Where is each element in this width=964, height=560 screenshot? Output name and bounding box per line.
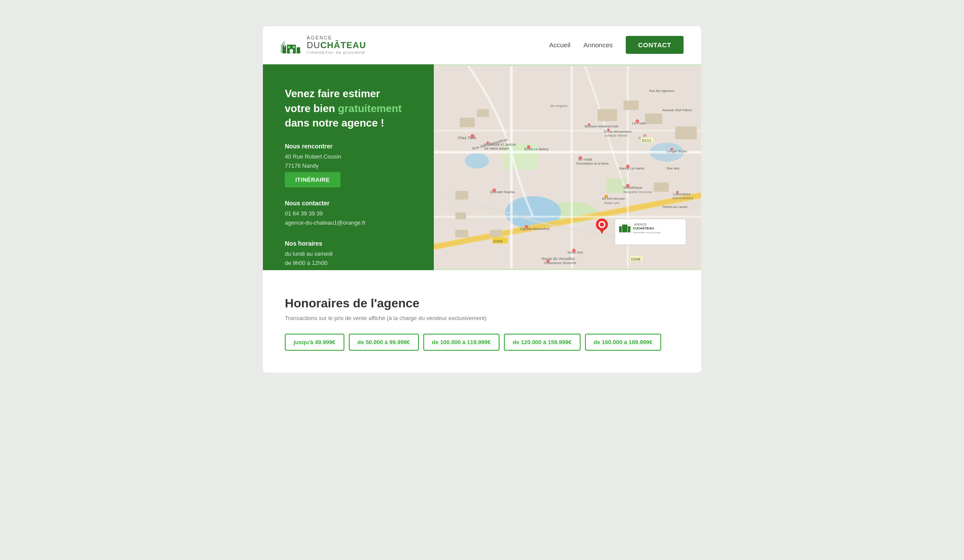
svg-point-69 <box>588 123 590 126</box>
svg-text:Relais colis: Relais colis <box>604 201 620 204</box>
svg-rect-9 <box>281 45 282 53</box>
fees-title: Honoraires de l'agence <box>285 296 679 310</box>
svg-rect-102 <box>622 225 627 232</box>
svg-point-50 <box>525 225 528 229</box>
header: AGENCE DUCHÂTEAU l'immobilier de proximi… <box>263 26 701 64</box>
map-svg: Rue des Champêtres Route de Versailles D… <box>434 64 701 270</box>
logo-tagline: l'immobilier de proximité <box>307 51 366 55</box>
svg-rect-34 <box>460 118 475 127</box>
svg-text:D346: D346 <box>493 239 503 243</box>
svg-point-94 <box>676 191 679 194</box>
logo-area: AGENCE DUCHÂTEAU l'immobilier de proximi… <box>280 35 366 55</box>
address-block: Nous rencontrer 40 Rue Robert Cousin 771… <box>285 143 416 188</box>
page-wrapper: AGENCE DUCHÂTEAU l'immobilier de proximi… <box>263 0 701 390</box>
svg-rect-37 <box>624 100 638 110</box>
hours-content: du lundi au samedi de 9h00 à 12h00 et de… <box>285 250 416 277</box>
map-area[interactable]: Rue des Champêtres Route de Versailles D… <box>434 64 701 270</box>
contact-content: 01 64 39 39 39 agence-du-chateau1@orange… <box>285 209 416 228</box>
hero-title: Venez faire estimer votre bien gratuitem… <box>285 86 416 130</box>
contact-label: Nous contacter <box>285 200 416 207</box>
svg-text:Gypsay Alexandros: Gypsay Alexandros <box>520 227 550 231</box>
fees-section: Honoraires de l'agence Transactions sur … <box>263 270 701 373</box>
svg-rect-7 <box>293 46 295 48</box>
address-content: 40 Rue Robert Cousin 77176 Nandy <box>285 152 416 171</box>
svg-rect-38 <box>645 113 662 124</box>
fees-subtitle: Transactions sur le prix de vente affich… <box>285 315 679 321</box>
logo-icon <box>280 35 302 55</box>
hero-section: Venez faire estimer votre bien gratuitem… <box>263 64 701 270</box>
svg-point-46 <box>471 134 475 138</box>
svg-text:Chemin du Launec: Chemin du Launec <box>662 205 688 208</box>
svg-text:D948: D948 <box>631 257 641 261</box>
svg-point-82 <box>670 148 673 151</box>
svg-text:Longet Bryan: Longet Bryan <box>666 149 687 153</box>
svg-point-48 <box>493 188 496 192</box>
svg-rect-11 <box>284 41 284 53</box>
svg-rect-41 <box>455 191 468 200</box>
main-content: Venez faire estimer votre bien gratuitem… <box>263 64 701 373</box>
svg-text:Route de Versailles: Route de Versailles <box>542 257 575 261</box>
svg-rect-5 <box>290 49 293 53</box>
nav-accueil[interactable]: Accueil <box>549 41 570 49</box>
svg-point-62 <box>546 260 550 263</box>
svg-rect-42 <box>455 212 466 219</box>
nav-annonces[interactable]: Annonces <box>584 41 613 49</box>
nav-contact-button[interactable]: CONTACT <box>626 36 684 54</box>
svg-point-60 <box>572 249 576 252</box>
svg-rect-103 <box>628 226 631 232</box>
svg-text:publique Villemur: publique Villemur <box>605 134 628 137</box>
svg-point-75 <box>635 120 639 123</box>
fee-range-button-3[interactable]: de 120.000 à 159.999€ <box>504 334 580 351</box>
fee-range-button-2[interactable]: de 100.000 à 119.999€ <box>423 334 500 351</box>
svg-rect-44 <box>490 230 502 237</box>
hours-block: Nos horaires du lundi au samedi de 9h00 … <box>285 240 416 277</box>
svg-point-67 <box>486 141 489 144</box>
logo-duchateau: DUCHÂTEAU <box>307 40 366 50</box>
svg-point-58 <box>626 184 630 187</box>
svg-text:Rue des: Rue des <box>666 166 679 170</box>
svg-text:La Poste: La Poste <box>632 121 646 125</box>
svg-text:l'immobilier de proximité: l'immobilier de proximité <box>633 231 661 234</box>
itineraire-button[interactable]: ITINÉRAIRE <box>285 172 340 187</box>
hours-label: Nos horaires <box>285 240 416 247</box>
nav: Accueil Annonces CONTACT <box>549 36 684 54</box>
svg-text:Avenue Olof Palme: Avenue Olof Palme <box>662 108 692 112</box>
svg-rect-6 <box>288 46 290 48</box>
hero-highlight: gratuitement <box>338 102 401 114</box>
svg-text:D111: D111 <box>642 138 651 143</box>
svg-point-86 <box>579 156 582 159</box>
svg-text:CHÂTEAU: CHÂTEAU <box>637 226 654 230</box>
info-panel: Venez faire estimer votre bien gratuitem… <box>263 64 434 270</box>
svg-text:Glaxosmithkline: Glaxosmithkline <box>672 197 694 200</box>
svg-rect-43 <box>455 230 468 238</box>
svg-text:Rue des égarreurs: Rue des égarreurs <box>649 89 675 93</box>
svg-rect-40 <box>675 127 697 140</box>
svg-rect-4 <box>285 46 286 48</box>
svg-text:de rougeau: de rougeau <box>550 104 568 108</box>
svg-point-73 <box>607 128 610 131</box>
fee-range-button-4[interactable]: de 160.000 à 189.999€ <box>585 334 661 351</box>
svg-text:l'Immobilière de la ferme: l'Immobilière de la ferme <box>576 162 609 165</box>
svg-point-55 <box>626 165 630 168</box>
svg-rect-36 <box>598 109 617 121</box>
fee-range-button-1[interactable]: de 50.000 à 99.999€ <box>349 334 419 351</box>
svg-text:DE PARIS NANDY: DE PARIS NANDY <box>484 147 510 150</box>
logo-text: AGENCE DUCHÂTEAU l'immobilier de proximi… <box>307 35 366 55</box>
fee-range-button-0[interactable]: jusqu'à 49.999€ <box>285 334 344 351</box>
svg-point-64 <box>527 145 531 149</box>
svg-point-97 <box>600 222 604 227</box>
address-label: Nous rencontrer <box>285 143 416 150</box>
svg-point-53 <box>605 195 608 198</box>
svg-rect-101 <box>619 226 622 232</box>
contact-block: Nous contacter 01 64 39 39 39 agence-du-… <box>285 200 416 228</box>
svg-rect-39 <box>654 182 669 192</box>
logo-agence: AGENCE <box>307 35 366 40</box>
fees-buttons: jusqu'à 49.999€de 50.000 à 99.999€de 100… <box>285 334 679 351</box>
svg-rect-35 <box>477 109 489 117</box>
svg-text:Marguerite Yourcenar: Marguerite Yourcenar <box>624 190 652 194</box>
svg-text:AGENCE: AGENCE <box>634 223 647 226</box>
svg-point-17 <box>465 153 489 169</box>
svg-text:Laboratoire: Laboratoire <box>673 192 691 196</box>
svg-rect-10 <box>282 43 283 53</box>
svg-text:Nandy La mairie: Nandy La mairie <box>619 166 645 170</box>
